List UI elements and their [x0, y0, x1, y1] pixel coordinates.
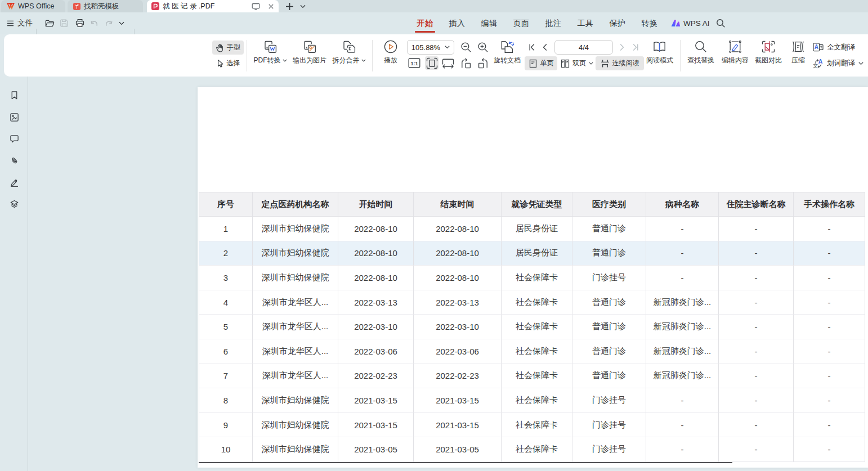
find-replace-label: 查找替换	[687, 55, 714, 65]
tab-docer[interactable]: 找稻壳模板	[68, 0, 143, 12]
table-cell: 2021-03-05	[338, 437, 414, 462]
last-page-icon	[630, 43, 639, 52]
last-page-button[interactable]	[628, 41, 642, 54]
pdf-page: 序号 定点医药机构名称 开始时间 结束时间 就诊凭证类型 医疗类别 病种名称 住…	[198, 87, 868, 468]
tab-document-active[interactable]: 就 医 记 录 .PDF	[147, 0, 279, 12]
column-header: 医疗类别	[572, 192, 646, 217]
folder-open-icon	[45, 19, 55, 28]
tab-wps-home[interactable]: WPS Office	[1, 0, 65, 12]
screenshot-compare-label: 截图对比	[755, 55, 782, 65]
export-image-label: 输出为图片	[293, 55, 326, 65]
table-cell: -	[646, 388, 719, 413]
table-cell: 4	[199, 290, 253, 315]
next-page-button[interactable]	[615, 41, 628, 54]
table-cell: -	[719, 241, 794, 266]
select-tool-button[interactable]: 选择	[212, 56, 244, 70]
table-cell: 深圳市妇幼保健院	[253, 266, 338, 290]
compress-label: 压缩	[791, 55, 805, 65]
table-header-row: 序号 定点医药机构名称 开始时间 结束时间 就诊凭证类型 医疗类别 病种名称 住…	[199, 192, 865, 217]
ribbon-tab-comment[interactable]: 批注	[537, 12, 570, 34]
redo-button[interactable]	[103, 16, 114, 30]
rotate-right-button[interactable]	[476, 56, 490, 70]
ribbon-tab-protect[interactable]: 保护	[601, 12, 634, 34]
read-mode-label: 阅读模式	[646, 55, 673, 65]
compress-button[interactable]: 压缩	[780, 38, 816, 65]
export-image-icon	[302, 38, 317, 55]
separator	[247, 40, 247, 71]
table-cell: -	[794, 413, 865, 438]
fit-width-button[interactable]	[441, 56, 455, 70]
split-merge-icon	[342, 38, 357, 55]
table-cell: 2021-03-15	[338, 388, 414, 413]
svg-text:A: A	[815, 44, 818, 50]
ribbon-tab-page[interactable]: 页面	[505, 12, 538, 34]
medical-records-table: 序号 定点医药机构名称 开始时间 结束时间 就诊凭证类型 医疗类别 病种名称 住…	[199, 192, 865, 462]
table-row: 2深圳市妇幼保健院2022-08-102022-08-10居民身份证普通门诊--…	[199, 241, 865, 266]
next-page-icon	[617, 43, 626, 52]
zoom-in-button[interactable]	[476, 41, 490, 54]
previous-page-button[interactable]	[539, 41, 552, 54]
continuous-reading-button[interactable]: 连续阅读	[596, 56, 644, 70]
thumbnails-panel-button[interactable]	[8, 111, 20, 123]
print-button[interactable]	[74, 16, 86, 30]
table-cell: 2022-08-10	[414, 266, 502, 290]
ribbon-tab-edit[interactable]: 编辑	[473, 12, 505, 34]
rotate-document-button[interactable]: 旋转文档	[489, 38, 525, 65]
layers-panel-button[interactable]	[8, 198, 20, 210]
zoom-level-combobox[interactable]: 105.88%	[407, 40, 454, 55]
printer-icon	[75, 19, 84, 28]
open-file-button[interactable]	[44, 16, 55, 30]
hand-tool-button[interactable]: 手型	[212, 41, 244, 55]
wps-ai-button[interactable]: WPS AI	[671, 16, 710, 30]
column-header: 手术操作名称	[794, 192, 865, 217]
save-icon	[60, 19, 69, 28]
word-translate-button[interactable]: 文A 划词翻译	[813, 56, 863, 70]
ribbon-tab-tools[interactable]: 工具	[569, 12, 602, 34]
read-mode-button[interactable]: 阅读模式	[641, 38, 679, 65]
double-page-button[interactable]: 双页	[560, 56, 594, 70]
ribbon-tab-insert[interactable]: 插入	[441, 12, 473, 34]
monitor-icon[interactable]	[252, 3, 260, 10]
split-merge-button[interactable]: 拆分合并	[326, 38, 372, 65]
search-menu-button[interactable]	[715, 16, 726, 30]
table-cell: 新冠肺炎门诊...	[646, 290, 719, 315]
tab-list-chevron[interactable]	[298, 0, 307, 12]
undo-redo-chevron[interactable]	[117, 16, 126, 30]
full-translate-button[interactable]: A 全文翻译	[813, 41, 855, 55]
new-tab-button[interactable]	[283, 0, 296, 12]
page-number-input[interactable]: 4/4	[554, 40, 613, 55]
pdf-file-icon	[151, 2, 159, 10]
find-replace-button[interactable]: 查找替换	[683, 38, 719, 65]
first-page-button[interactable]	[526, 41, 539, 54]
edit-content-icon	[728, 38, 742, 55]
file-menu-button[interactable]: 文件	[7, 16, 33, 30]
undo-button[interactable]	[88, 16, 100, 30]
play-button[interactable]: 播放	[375, 38, 406, 65]
table-cell: -	[719, 388, 794, 413]
zoom-out-icon	[460, 42, 472, 53]
tab-label: 就 医 记 录 .PDF	[163, 2, 248, 11]
table-cell: 门诊挂号	[572, 266, 646, 290]
pdf-convert-icon	[263, 38, 278, 55]
ribbon-tab-home[interactable]: 开始	[409, 12, 441, 34]
fit-page-button[interactable]	[425, 56, 439, 70]
zoom-out-button[interactable]	[459, 41, 473, 54]
single-page-button[interactable]: 单页	[525, 56, 557, 70]
attachments-panel-button[interactable]	[8, 154, 20, 167]
signature-panel-button[interactable]	[8, 176, 20, 188]
bookmark-icon	[10, 91, 19, 100]
rotate-left-button[interactable]	[459, 56, 472, 70]
actual-size-button[interactable]: 1:1	[408, 56, 421, 70]
hand-tool-label: 手型	[227, 43, 240, 52]
edit-content-button[interactable]: 编辑内容	[717, 38, 753, 65]
pdf-convert-button[interactable]: PDF转换	[249, 38, 291, 65]
table-row: 9深圳市妇幼保健院2021-03-152021-03-15社会保障卡门诊挂号--…	[199, 413, 865, 438]
chevron-down-icon	[283, 59, 287, 62]
comments-panel-button[interactable]	[8, 132, 20, 145]
table-cell: 2022-03-06	[414, 339, 502, 364]
close-icon[interactable]	[268, 3, 274, 10]
export-image-button[interactable]: 输出为图片	[287, 38, 332, 65]
ribbon-tab-convert[interactable]: 转换	[633, 12, 666, 34]
bookmarks-panel-button[interactable]	[8, 89, 20, 101]
save-button[interactable]	[59, 16, 70, 30]
